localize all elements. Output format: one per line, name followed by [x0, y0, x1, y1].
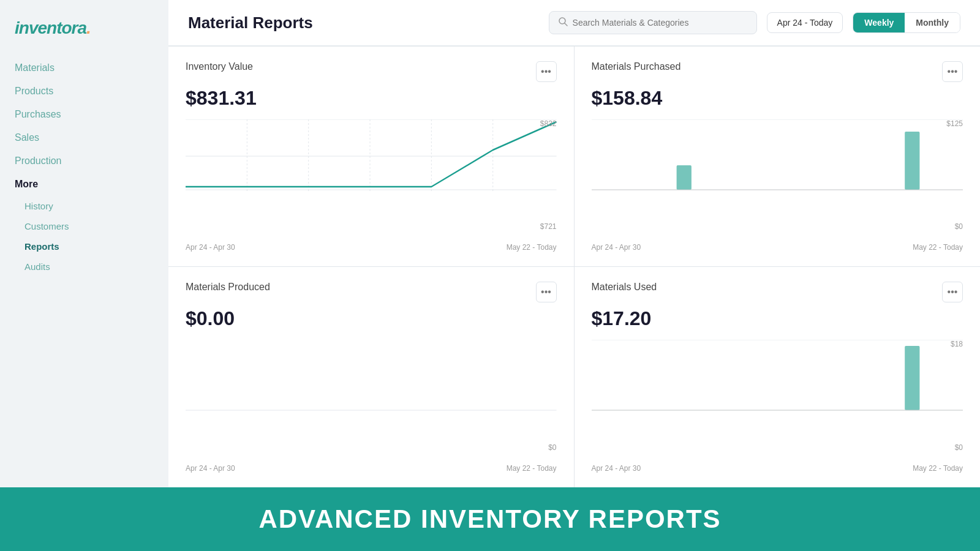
chart-title-produced: Materials Produced — [186, 282, 270, 293]
chart-label-right-inventory: May 22 - Today — [507, 243, 557, 252]
sidebar: inventora. Materials Products Purchases … — [0, 0, 168, 487]
y-label-bottom-purchased: $0 — [955, 222, 963, 231]
chart-value-produced: $0.00 — [186, 307, 557, 330]
y-label-top-used: $18 — [951, 340, 963, 348]
sidebar-item-products[interactable]: Products — [0, 80, 168, 103]
y-label-top-purchased: $125 — [946, 119, 963, 128]
chart-more-button-used[interactable]: ••• — [942, 282, 963, 302]
chart-header-purchased: Materials Purchased ••• — [592, 61, 963, 82]
bar-chart-produced — [186, 340, 557, 413]
chart-header-used: Materials Used ••• — [592, 282, 963, 302]
chart-more-button-produced[interactable]: ••• — [536, 282, 557, 302]
chart-area-purchased: $125 $0 — [592, 119, 963, 239]
logo-text: inventora. — [15, 18, 91, 37]
logo: inventora. — [0, 12, 168, 56]
bar-chart-purchased — [592, 119, 963, 193]
chart-inventory-value: Inventory Value ••• $831.31 $832 — [168, 47, 575, 267]
chart-label-left-inventory: Apr 24 - Apr 30 — [186, 243, 235, 252]
sidebar-subitem-customers[interactable]: Customers — [0, 216, 168, 236]
sidebar-item-production[interactable]: Production — [0, 149, 168, 173]
chart-area-inventory: $832 $721 — [186, 119, 557, 239]
sidebar-subitem-audits[interactable]: Audits — [0, 257, 168, 277]
svg-rect-18 — [905, 346, 919, 410]
sidebar-subitem-reports[interactable]: Reports — [0, 236, 168, 257]
chart-materials-produced: Materials Produced ••• $0.00 $0 Apr 24 -… — [168, 267, 575, 487]
chart-labels-inventory: Apr 24 - Apr 30 May 22 - Today — [186, 243, 557, 252]
chart-label-right-purchased: May 22 - Today — [913, 243, 963, 252]
weekly-toggle-button[interactable]: Weekly — [853, 13, 905, 32]
chart-area-used: $18 $0 — [592, 340, 963, 460]
chart-labels-purchased: Apr 24 - Apr 30 May 22 - Today — [592, 243, 963, 252]
bar-chart-used — [592, 340, 963, 413]
svg-rect-13 — [905, 132, 919, 190]
date-range-button[interactable]: Apr 24 - Today — [767, 12, 843, 33]
banner: ADVANCED INVENTORY REPORTS — [0, 487, 980, 551]
search-bar[interactable] — [549, 11, 757, 34]
chart-more-button-inventory[interactable]: ••• — [536, 61, 557, 82]
chart-materials-used: Materials Used ••• $17.20 $18 $0 — [575, 267, 981, 487]
sidebar-subitem-history[interactable]: History — [0, 196, 168, 216]
chart-label-right-produced: May 22 - Today — [507, 464, 557, 473]
chart-label-left-purchased: Apr 24 - Apr 30 — [592, 243, 641, 252]
monthly-toggle-button[interactable]: Monthly — [905, 13, 960, 32]
sidebar-item-more[interactable]: More — [0, 173, 168, 196]
svg-line-1 — [565, 23, 567, 26]
sidebar-item-purchases[interactable]: Purchases — [0, 103, 168, 126]
chart-area-produced: $0 — [186, 340, 557, 460]
chart-labels-produced: Apr 24 - Apr 30 May 22 - Today — [186, 464, 557, 473]
sidebar-nav: Materials Products Purchases Sales Produ… — [0, 56, 168, 277]
chart-label-left-produced: Apr 24 - Apr 30 — [186, 464, 235, 473]
svg-rect-12 — [676, 165, 691, 190]
sidebar-item-materials[interactable]: Materials — [0, 56, 168, 80]
chart-label-left-used: Apr 24 - Apr 30 — [592, 464, 641, 473]
chart-value-inventory: $831.31 — [186, 87, 557, 110]
chart-more-button-purchased[interactable]: ••• — [942, 61, 963, 82]
chart-value-used: $17.20 — [592, 307, 963, 330]
y-label-top-inventory: $832 — [540, 119, 557, 128]
banner-text: ADVANCED INVENTORY REPORTS — [258, 504, 721, 533]
chart-title-purchased: Materials Purchased — [592, 61, 681, 72]
chart-header-produced: Materials Produced ••• — [186, 282, 557, 302]
chart-value-purchased: $158.84 — [592, 87, 963, 110]
chart-materials-purchased: Materials Purchased ••• $158.84 $125 — [575, 47, 981, 267]
y-label-bottom-used: $0 — [955, 443, 963, 452]
view-toggle-group: Weekly Monthly — [853, 12, 960, 33]
chart-title-inventory: Inventory Value — [186, 61, 253, 72]
y-label-bottom-inventory: $721 — [540, 222, 557, 231]
search-icon — [558, 17, 568, 29]
charts-grid: Inventory Value ••• $831.31 $832 — [168, 46, 980, 487]
chart-labels-used: Apr 24 - Apr 30 May 22 - Today — [592, 464, 963, 473]
logo-dot: . — [86, 18, 91, 37]
sidebar-item-sales[interactable]: Sales — [0, 126, 168, 149]
main-content: Material Reports Apr 24 - Today Weekly M… — [168, 0, 980, 487]
search-input[interactable] — [573, 18, 748, 28]
chart-title-used: Materials Used — [592, 282, 657, 293]
chart-header-inventory: Inventory Value ••• — [186, 61, 557, 82]
header: Material Reports Apr 24 - Today Weekly M… — [168, 0, 980, 46]
y-label-bottom-produced: $0 — [548, 443, 556, 452]
line-chart-inventory — [186, 119, 557, 193]
chart-label-right-used: May 22 - Today — [913, 464, 963, 473]
page-title: Material Reports — [188, 13, 539, 32]
